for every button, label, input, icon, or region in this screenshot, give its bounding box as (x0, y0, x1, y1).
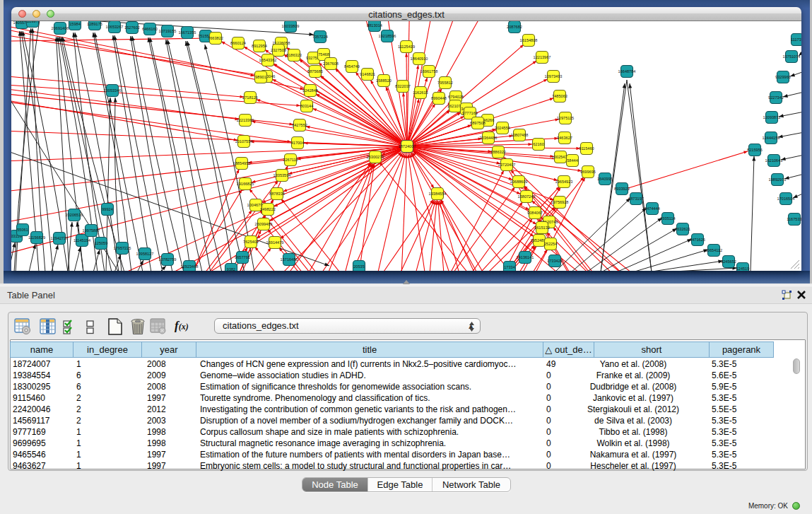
svg-text:20691406: 20691406 (52, 26, 69, 30)
svg-text:19654923: 19654923 (555, 180, 573, 184)
svg-text:124519: 124519 (736, 267, 750, 271)
svg-text:20535: 20535 (353, 264, 365, 269)
svg-text:9146821: 9146821 (360, 72, 375, 76)
svg-text:9474444: 9474444 (645, 206, 660, 211)
svg-text:8322037: 8322037 (395, 84, 411, 88)
svg-text:18854955: 18854955 (233, 161, 251, 165)
svg-text:15984: 15984 (69, 22, 81, 26)
svg-text:7357224: 7357224 (312, 35, 328, 39)
svg-text:16648784: 16648784 (618, 69, 636, 74)
svg-text:17334: 17334 (504, 265, 515, 269)
svg-text:16543362: 16543362 (259, 58, 277, 62)
svg-text:8427552: 8427552 (292, 123, 307, 127)
svg-text:3498222: 3498222 (260, 207, 276, 211)
svg-text:8878334: 8878334 (269, 192, 285, 196)
svg-text:6794028: 6794028 (448, 95, 464, 99)
svg-text:99924: 99924 (102, 207, 113, 211)
svg-text:7625402: 7625402 (243, 240, 259, 244)
svg-text:19975887: 19975887 (83, 228, 100, 233)
svg-text:9657791: 9657791 (235, 255, 250, 259)
svg-text:6466160: 6466160 (142, 27, 158, 31)
svg-text:98901: 98901 (255, 75, 266, 79)
svg-text:62160: 62160 (533, 142, 544, 146)
svg-text:15716485: 15716485 (281, 257, 298, 262)
svg-text:9084067: 9084067 (527, 211, 543, 215)
svg-text:19756928: 19756928 (551, 200, 569, 204)
svg-text:10958127: 10958127 (136, 252, 154, 256)
svg-text:8660124: 8660124 (230, 41, 246, 45)
svg-text:9115460: 9115460 (579, 146, 594, 151)
svg-text:15807249: 15807249 (518, 194, 536, 199)
svg-text:16961758: 16961758 (420, 69, 438, 74)
svg-text:19384554: 19384554 (429, 192, 447, 196)
svg-text:10688609: 10688609 (510, 180, 528, 184)
svg-text:1588520: 1588520 (376, 78, 392, 83)
svg-text:12213369: 12213369 (237, 118, 254, 122)
svg-text:9227342: 9227342 (768, 95, 784, 100)
svg-text:7632621: 7632621 (675, 227, 690, 231)
svg-text:1640995: 1640995 (597, 177, 613, 181)
svg-text:2087682: 2087682 (507, 25, 522, 29)
svg-text:12942737: 12942737 (51, 236, 69, 240)
svg-text:7485063: 7485063 (552, 94, 567, 98)
svg-text:55061: 55061 (17, 228, 28, 232)
svg-text:20997: 20997 (27, 21, 38, 23)
svg-text:8471626: 8471626 (690, 238, 705, 242)
svg-text:9699695: 9699695 (580, 170, 596, 174)
svg-text:7663822: 7663822 (208, 36, 223, 40)
svg-text:2718126: 2718126 (242, 95, 258, 100)
svg-text:1289175: 1289175 (87, 22, 102, 26)
svg-text:11145194: 11145194 (73, 238, 90, 243)
svg-text:7886322: 7886322 (490, 150, 506, 154)
svg-text:26099489: 26099489 (255, 222, 273, 226)
svg-text:8990448: 8990448 (431, 96, 447, 100)
svg-text:1615132: 1615132 (534, 226, 550, 230)
svg-text:10654112: 10654112 (705, 248, 722, 252)
svg-text:5875685: 5875685 (307, 69, 323, 74)
svg-text:11125419: 11125419 (398, 45, 415, 49)
svg-text:9777169: 9777169 (462, 111, 478, 115)
svg-text:12923468: 12923468 (181, 264, 199, 269)
svg-text:2367608: 2367608 (323, 62, 339, 66)
svg-text:20364486: 20364486 (480, 136, 498, 140)
svg-text:10107554: 10107554 (235, 139, 253, 144)
svg-text:20053346: 20053346 (104, 88, 122, 93)
svg-text:803144: 803144 (300, 104, 314, 108)
svg-text:7955812: 7955812 (437, 81, 453, 85)
svg-text:9242848: 9242848 (302, 88, 318, 93)
svg-text:111737: 111737 (791, 37, 801, 42)
svg-text:1527602: 1527602 (124, 25, 140, 30)
svg-text:2935114: 2935114 (660, 216, 675, 221)
svg-text:25300275: 25300275 (367, 155, 384, 159)
svg-text:17016504: 17016504 (777, 197, 795, 201)
svg-text:12213967: 12213967 (534, 55, 551, 59)
svg-text:58444: 58444 (567, 158, 578, 163)
svg-text:8813014: 8813014 (367, 23, 382, 28)
svg-text:12444159: 12444159 (763, 136, 780, 140)
svg-text:6873197: 6873197 (628, 197, 644, 201)
svg-text:1167533: 1167533 (787, 217, 801, 221)
svg-text:13353594: 13353594 (273, 173, 291, 177)
svg-text:252254: 252254 (544, 242, 558, 246)
svg-text:18640910: 18640910 (411, 57, 428, 61)
svg-text:10782759: 10782759 (159, 257, 177, 262)
svg-text:8454749: 8454749 (344, 64, 360, 69)
svg-text:12093872: 12093872 (763, 115, 781, 119)
svg-text:11156829: 11156829 (28, 235, 45, 240)
svg-text:17957225: 17957225 (114, 246, 131, 250)
svg-text:15751074: 15751074 (783, 54, 801, 59)
svg-text:8912954: 8912954 (252, 44, 267, 48)
svg-text:19166825: 19166825 (237, 182, 254, 186)
svg-text:2327509: 2327509 (271, 48, 286, 52)
svg-text:9382: 9382 (227, 267, 235, 271)
svg-text:10973493: 10973493 (545, 74, 563, 78)
svg-text:16671355: 16671355 (179, 30, 196, 35)
svg-text:13720407: 13720407 (498, 163, 516, 167)
svg-text:16210643: 16210643 (765, 158, 783, 163)
svg-text:9463627: 9463627 (557, 136, 572, 140)
svg-text:417004: 417004 (291, 141, 305, 145)
svg-text:12975115: 12975115 (557, 116, 574, 120)
svg-text:6897508: 6897508 (470, 121, 486, 125)
svg-text:18724007: 18724007 (399, 144, 416, 148)
svg-text:3024554: 3024554 (495, 126, 510, 130)
